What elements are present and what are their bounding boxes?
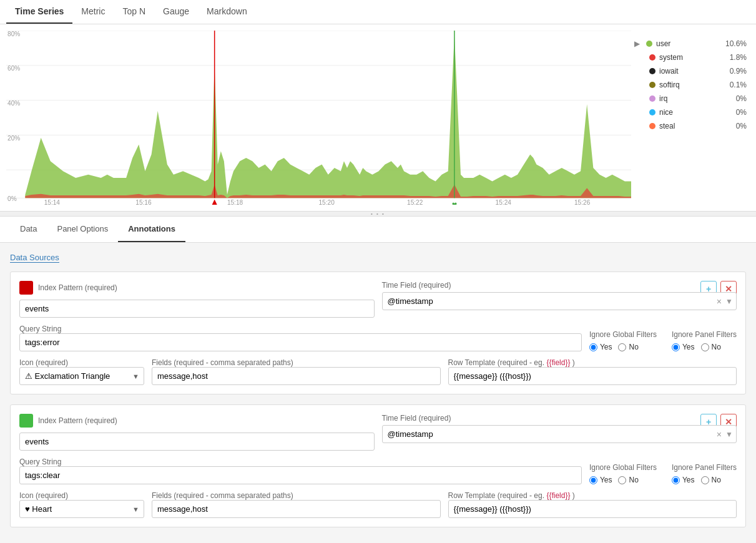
legend-label-user: user	[656, 39, 670, 48]
block-1-global-filter: Ignore Global Filters Yes No	[589, 330, 657, 351]
block-2-query-input[interactable]	[19, 466, 582, 484]
svg-text:80%: 80%	[7, 31, 20, 37]
tab-annotations[interactable]: Annotations	[118, 217, 185, 242]
annotation-block-1: + ✕ Index Pattern (required) Time Field …	[10, 272, 746, 394]
block-2-timefield-arrow: ▼	[725, 430, 733, 439]
block-1-color-indicator	[19, 281, 33, 295]
block-1-global-label: Ignore Global Filters	[589, 330, 657, 339]
block-2-timefield-input[interactable]	[382, 425, 737, 443]
sub-tab-bar: Data Panel Options Annotations	[0, 217, 756, 243]
block-1-fields-group: Fields (required - comma separated paths…	[152, 358, 441, 385]
legend-dot-nice	[649, 109, 655, 115]
svg-marker-21	[212, 199, 218, 205]
block-1-icon-select[interactable]: ⚠ Exclamation Triangle ♥ Heart	[19, 367, 144, 385]
block-1-panel-yes[interactable]: Yes	[672, 343, 695, 351]
legend-dot-steal	[649, 123, 655, 129]
block-1-query-label: Query String	[19, 325, 61, 333]
block-2-icon-label: Icon (required)	[19, 491, 68, 500]
legend-item-irq[interactable]: irq 0%	[634, 92, 747, 105]
tab-time-series[interactable]: Time Series	[6, 0, 72, 24]
tab-gauge[interactable]: Gauge	[154, 0, 198, 24]
svg-text:15:18: 15:18	[227, 199, 243, 205]
block-1-icon-group: Icon (required) ⚠ Exclamation Triangle ♥…	[19, 358, 144, 385]
block-2-timefield-group: Time Field (required) × ▼	[382, 414, 737, 451]
block-2-fields-group: Fields (required - comma separated paths…	[152, 491, 441, 518]
tab-top-n[interactable]: Top N	[114, 0, 154, 24]
tab-metric[interactable]: Metric	[72, 0, 114, 24]
legend-item-softirq[interactable]: softirq 0.1%	[634, 78, 747, 92]
block-2-global-yes[interactable]: Yes	[589, 476, 612, 484]
block-2-icon-select-wrapper: ⚠ Exclamation Triangle ♥ Heart ▼	[19, 500, 144, 518]
block-1-panel-radios: Yes No	[672, 343, 737, 351]
legend-item-steal[interactable]: steal 0%	[634, 119, 747, 133]
block-1-query-input[interactable]	[19, 333, 582, 351]
legend-item-iowait[interactable]: iowait 0.9%	[634, 64, 747, 78]
annotations-content: Data Sources + ✕ Index Pattern (required…	[0, 243, 756, 543]
block-1-global-no[interactable]: No	[618, 343, 638, 351]
legend-dot-irq	[649, 95, 655, 102]
block-2-panel-label: Ignore Panel Filters	[672, 463, 737, 472]
block-2-panel-no[interactable]: No	[701, 476, 721, 484]
tab-panel-options[interactable]: Panel Options	[47, 217, 118, 242]
svg-text:15:24: 15:24	[496, 199, 511, 205]
block-2-global-no[interactable]: No	[618, 476, 638, 484]
legend-dot-softirq	[649, 82, 655, 88]
legend-label-system: system	[659, 53, 683, 62]
block-2-timefield-label: Time Field (required)	[382, 414, 737, 423]
annotation-block-2: + ✕ Index Pattern (required) Time Field …	[10, 404, 746, 527]
legend-value-user: 10.6%	[725, 39, 747, 48]
block-2-color-indicator	[19, 414, 33, 428]
chart-main: 80% 60% 40% 20% 0% 15:14 15:16 15:18 15:…	[6, 31, 631, 205]
legend-dot-user	[646, 41, 652, 47]
block-2-template-label: Row Template (required - eg. {{field}} )	[448, 491, 575, 500]
legend-item-user[interactable]: ▶ user 10.6%	[634, 37, 747, 51]
block-2-filters-group: Ignore Global Filters Yes No Ignore Pane…	[589, 463, 737, 484]
legend-dot-iowait	[649, 68, 655, 74]
legend-item-nice[interactable]: nice 0%	[634, 105, 747, 119]
block-2-query-label: Query String	[19, 457, 61, 466]
legend-expand-icon: ▶	[634, 39, 640, 48]
block-2-fields-input[interactable]	[152, 500, 441, 518]
svg-text:15:20: 15:20	[319, 199, 335, 205]
block-2-icon-select[interactable]: ⚠ Exclamation Triangle ♥ Heart	[19, 500, 144, 518]
block-1-filters-group: Ignore Global Filters Yes No Ignore Pane…	[589, 330, 737, 351]
block-2-index-input[interactable]	[19, 433, 375, 451]
data-sources-label[interactable]: Data Sources	[10, 253, 59, 263]
block-1-timefield-group: Time Field (required) × ▼	[382, 281, 737, 318]
tab-markdown[interactable]: Markdown	[198, 0, 256, 24]
legend-value-iowait: 0.9%	[730, 67, 747, 76]
block-1-fields-input[interactable]	[152, 367, 441, 385]
block-1-timefield-input[interactable]	[382, 292, 737, 310]
block-1-panel-label: Ignore Panel Filters	[672, 330, 737, 339]
block-2-panel-yes[interactable]: Yes	[672, 476, 695, 484]
block-2-global-filter: Ignore Global Filters Yes No	[589, 463, 657, 484]
svg-text:15:22: 15:22	[407, 199, 423, 205]
legend-label-irq: irq	[659, 94, 667, 103]
block-2-timefield-wrapper: × ▼	[382, 425, 737, 443]
legend-label-softirq: softirq	[659, 81, 680, 89]
block-1-global-yes[interactable]: Yes	[589, 343, 612, 351]
block-1-template-input[interactable]	[448, 367, 737, 385]
block-2-global-radios: Yes No	[589, 476, 657, 484]
legend-value-nice: 0%	[736, 108, 747, 117]
block-1-index-input[interactable]	[19, 300, 375, 318]
resize-handle[interactable]: • • •	[0, 212, 756, 217]
legend-item-system[interactable]: system 1.8%	[634, 51, 747, 64]
svg-text:15:14: 15:14	[44, 199, 60, 205]
block-1-query-group: Query String	[19, 324, 582, 351]
panel-bottom: Data Panel Options Annotations Data Sour…	[0, 217, 756, 543]
block-1-panel-no[interactable]: No	[701, 343, 721, 351]
block-1-timefield-label: Time Field (required)	[382, 281, 737, 290]
block-1-timefield-clear[interactable]: ×	[717, 296, 722, 306]
chart-container: 80% 60% 40% 20% 0% 15:14 15:16 15:18 15:…	[0, 24, 756, 212]
block-2-timefield-clear[interactable]: ×	[717, 429, 722, 439]
block-2-template-input[interactable]	[448, 500, 737, 518]
legend-value-softirq: 0.1%	[730, 81, 747, 89]
block-1-timefield-arrow: ▼	[725, 297, 733, 306]
block-1-icon-label: Icon (required)	[19, 358, 68, 367]
block-2-global-label: Ignore Global Filters	[589, 463, 657, 472]
block-1-template-group: Row Template (required - eg. {{field}} )	[448, 358, 737, 385]
block-1-query-row: Query String Ignore Global Filters Yes N…	[19, 324, 737, 351]
tab-data[interactable]: Data	[10, 217, 47, 242]
block-2-query-group: Query String	[19, 457, 582, 484]
